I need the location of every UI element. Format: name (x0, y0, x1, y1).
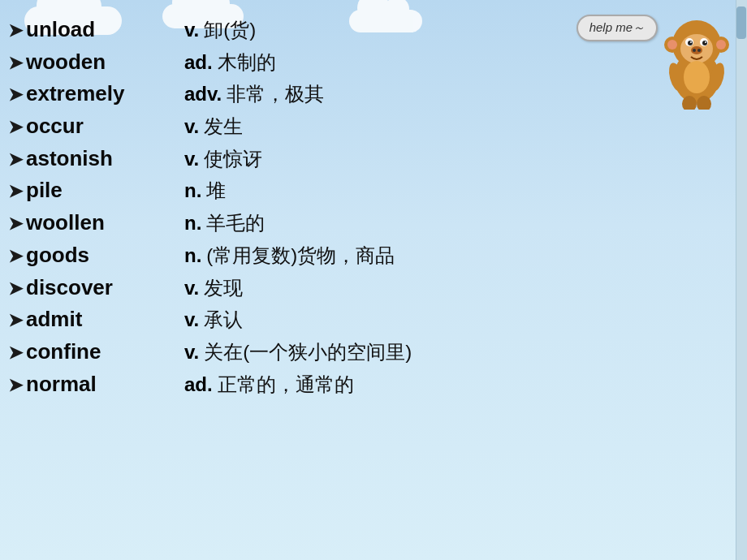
vocab-pos: adv. (184, 80, 222, 109)
vocab-pos: n. (184, 242, 201, 270)
vocab-definition: 使惊讶 (204, 145, 262, 174)
vocab-pos: ad. (184, 49, 213, 77)
vocab-definition: 正常的，通常的 (218, 371, 354, 399)
vocab-word: woollen (26, 208, 184, 239)
arrow-icon: ➤ (8, 308, 23, 334)
vocab-item: ➤ confine v. 关在(一个狭小的空间里) (8, 337, 736, 368)
arrow-icon: ➤ (8, 114, 23, 140)
arrow-icon: ➤ (8, 211, 23, 237)
arrow-icon: ➤ (8, 82, 23, 108)
vocab-definition: 关在(一个狭小的空间里) (204, 338, 412, 367)
vocab-list: ➤ unload v. 卸(货) ➤ wooden ad. 木制的 ➤ extr… (0, 8, 736, 407)
vocab-pos: n. (184, 177, 201, 205)
arrow-icon: ➤ (8, 179, 23, 205)
vocab-definition: (常用复数)货物，商品 (206, 242, 395, 270)
vocab-definition: 堆 (206, 177, 226, 205)
arrow-icon: ➤ (8, 373, 23, 398)
vocab-word: pile (26, 175, 184, 206)
vocab-word: extremely (26, 79, 184, 110)
vocab-item: ➤ woollen n. 羊毛的 (8, 208, 736, 239)
arrow-icon: ➤ (8, 50, 23, 76)
vocab-word: admit (26, 304, 184, 335)
vocab-definition: 发现 (204, 274, 243, 303)
vocab-word: occur (26, 111, 184, 142)
vocab-item: ➤ pile n. 堆 (8, 175, 736, 206)
arrow-icon: ➤ (8, 340, 23, 366)
vocab-item: ➤ occur v. 发生 (8, 111, 736, 142)
vocab-word: wooden (26, 47, 184, 78)
arrow-icon: ➤ (8, 276, 23, 302)
arrow-icon: ➤ (8, 147, 23, 173)
vocab-word: goods (26, 240, 184, 271)
vocab-item: ➤ goods n. (常用复数)货物，商品 (8, 240, 736, 271)
vocab-word: normal (26, 369, 184, 400)
vocab-item: ➤ unload v. 卸(货) (8, 15, 736, 45)
vocab-definition: 卸(货) (204, 16, 256, 45)
vocab-pos: v. (184, 16, 199, 45)
vocab-definition: 非常，极其 (227, 80, 324, 109)
vocab-word: discover (26, 273, 184, 304)
vocab-pos: ad. (184, 371, 213, 399)
vocab-item: ➤ astonish v. 使惊讶 (8, 144, 736, 174)
vocab-word: confine (26, 337, 184, 368)
vocab-pos: v. (184, 338, 199, 367)
vocab-item: ➤ extremely adv. 非常，极其 (8, 79, 736, 110)
vocab-word: unload (26, 15, 184, 45)
scrollbar[interactable] (736, 0, 747, 560)
vocab-pos: n. (184, 209, 201, 238)
vocab-item: ➤ admit v. 承认 (8, 304, 736, 335)
vocab-definition: 承认 (204, 306, 243, 334)
vocab-pos: v. (184, 113, 199, 141)
vocab-item: ➤ normal ad. 正常的，通常的 (8, 369, 736, 400)
vocab-pos: v. (184, 274, 199, 303)
arrow-icon: ➤ (8, 18, 23, 44)
vocab-pos: v. (184, 145, 199, 174)
arrow-icon: ➤ (8, 243, 23, 269)
vocab-definition: 羊毛的 (206, 209, 265, 238)
scrollbar-thumb[interactable] (736, 6, 746, 39)
vocab-definition: 木制的 (218, 49, 276, 77)
vocab-word: astonish (26, 144, 184, 174)
vocab-item: ➤ wooden ad. 木制的 (8, 47, 736, 78)
vocab-definition: 发生 (204, 113, 243, 141)
vocab-item: ➤ discover v. 发现 (8, 273, 736, 304)
vocab-pos: v. (184, 306, 199, 334)
